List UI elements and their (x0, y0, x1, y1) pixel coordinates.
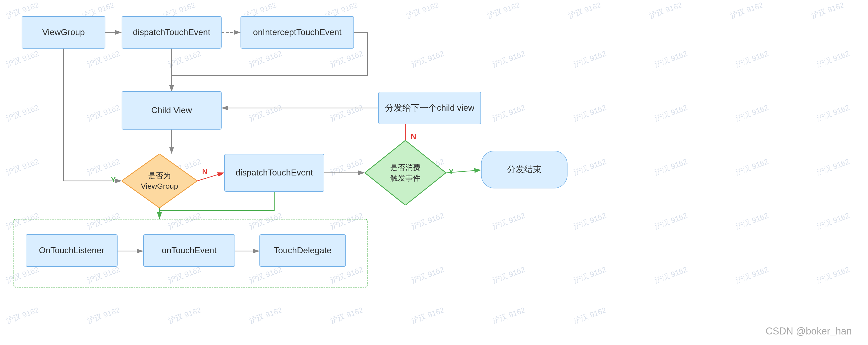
watermark: 沪汉 9162 (405, 0, 440, 21)
watermark: 沪汉 9162 (5, 305, 40, 326)
y-label-2: Y (448, 167, 454, 176)
child-view-label: Child View (151, 105, 192, 116)
watermark: 沪汉 9162 (248, 305, 283, 326)
on-touch-event-box: onTouchEvent (143, 234, 235, 267)
dispatch-touch-event-1-label: dispatchTouchEvent (133, 27, 210, 38)
n-label-2: N (411, 132, 416, 141)
watermark: 沪汉 9162 (810, 0, 845, 21)
watermark: 沪汉 9162 (572, 157, 608, 178)
is-consume-label: 是否消费触发事件 (390, 162, 421, 183)
watermark: 沪汉 9162 (410, 305, 445, 326)
watermark: 沪汉 9162 (248, 48, 283, 70)
watermark: 沪汉 9162 (572, 103, 608, 124)
y-label-1: Y (111, 175, 116, 184)
watermark: 沪汉 9162 (815, 48, 851, 70)
watermark: 沪汉 9162 (648, 0, 683, 21)
diagram-container: 沪汉 9162 沪汉 9162 沪汉 9162 沪汉 9162 沪汉 9162 … (0, 0, 868, 345)
watermark: 沪汉 9162 (486, 0, 521, 21)
on-intercept-touch-event-label: onInterceptTouchEvent (253, 27, 341, 38)
watermark: 沪汉 9162 (491, 305, 526, 326)
watermark: 沪汉 9162 (815, 211, 851, 232)
viewgroup-box: ViewGroup (22, 16, 105, 48)
watermark: 沪汉 9162 (653, 211, 688, 232)
watermark: 沪汉 9162 (572, 48, 608, 70)
watermark: 沪汉 9162 (572, 305, 608, 326)
watermark: 沪汉 9162 (572, 265, 608, 286)
watermark: 沪汉 9162 (567, 0, 602, 21)
on-touch-listener-box: OnTouchListener (26, 234, 118, 267)
watermark: 沪汉 9162 (329, 305, 364, 326)
watermark: 沪汉 9162 (734, 48, 770, 70)
watermark: 沪汉 9162 (5, 157, 40, 178)
watermark: 沪汉 9162 (329, 48, 364, 70)
watermark: 沪汉 9162 (491, 265, 526, 286)
watermark: 沪汉 9162 (410, 265, 445, 286)
watermark: 沪汉 9162 (86, 157, 121, 178)
watermark: 沪汉 9162 (410, 211, 445, 232)
is-consume-diamond: 是否消费触发事件 (365, 140, 446, 205)
svg-line-9 (197, 173, 224, 181)
watermark: 沪汉 9162 (734, 211, 770, 232)
watermark: 沪汉 9162 (86, 103, 121, 124)
dispatch-touch-event-2-box: dispatchTouchEvent (224, 154, 324, 192)
credit-text: CSDN @boker_han (766, 325, 852, 337)
watermark: 沪汉 9162 (734, 265, 770, 286)
watermark: 沪汉 9162 (653, 265, 688, 286)
watermark: 沪汉 9162 (815, 265, 851, 286)
is-viewgroup-label: 是否为ViewGroup (141, 170, 178, 192)
dispatch-end-label: 分发结束 (507, 164, 541, 175)
watermark: 沪汉 9162 (491, 211, 526, 232)
n-label-1: N (202, 167, 208, 176)
viewgroup-label: ViewGroup (42, 27, 85, 38)
dispatch-next-child-label: 分发给下一个child view (385, 102, 474, 114)
watermark: 沪汉 9162 (491, 48, 526, 70)
watermark: 沪汉 9162 (248, 103, 283, 124)
child-view-box: Child View (122, 91, 222, 130)
touch-delegate-box: TouchDelegate (259, 234, 346, 267)
watermark: 沪汉 9162 (815, 103, 851, 124)
watermark: 沪汉 9162 (329, 103, 364, 124)
watermark: 沪汉 9162 (167, 305, 202, 326)
watermark: 沪汉 9162 (5, 48, 40, 70)
watermark: 沪汉 9162 (653, 48, 688, 70)
watermark: 沪汉 9162 (491, 103, 526, 124)
watermark: 沪汉 9162 (572, 211, 608, 232)
watermark: 沪汉 9162 (653, 103, 688, 124)
dispatch-end-box: 分发结束 (481, 151, 567, 188)
on-touch-event-label: onTouchEvent (162, 245, 217, 256)
watermark: 沪汉 9162 (167, 48, 202, 70)
watermark: 沪汉 9162 (5, 103, 40, 124)
on-intercept-touch-event-box: onInterceptTouchEvent (241, 16, 354, 48)
watermark: 沪汉 9162 (729, 0, 764, 21)
watermark: 沪汉 9162 (86, 48, 121, 70)
touch-delegate-label: TouchDelegate (274, 245, 331, 256)
watermark: 沪汉 9162 (734, 157, 770, 178)
watermark: 沪汉 9162 (653, 157, 688, 178)
on-touch-listener-label: OnTouchListener (39, 245, 104, 256)
dispatch-touch-event-1-box: dispatchTouchEvent (122, 16, 222, 48)
watermark: 沪汉 9162 (329, 157, 364, 178)
watermark: 沪汉 9162 (734, 103, 770, 124)
watermark: 沪汉 9162 (86, 305, 121, 326)
dispatch-next-child-box: 分发给下一个child view (378, 92, 481, 124)
watermark: 沪汉 9162 (410, 48, 445, 70)
watermark: 沪汉 9162 (815, 157, 851, 178)
dispatch-touch-event-2-label: dispatchTouchEvent (236, 167, 313, 178)
is-viewgroup-diamond: 是否为ViewGroup (122, 154, 197, 208)
